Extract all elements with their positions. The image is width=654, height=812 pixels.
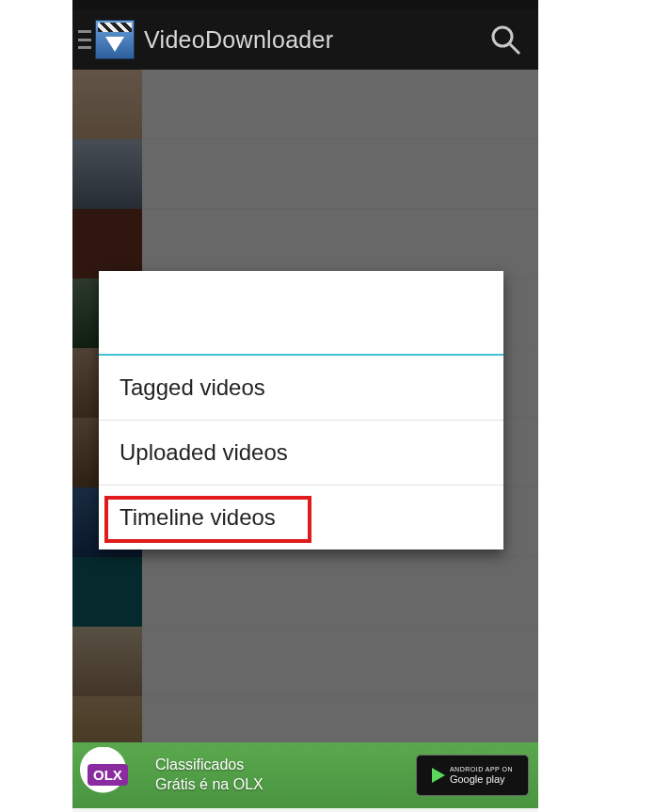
dialog-option-uploaded[interactable]: Uploaded videos: [99, 421, 503, 486]
dialog-option-timeline[interactable]: Timeline videos: [99, 486, 503, 549]
menu-icon[interactable]: [78, 30, 91, 49]
dialog-header: [99, 271, 503, 356]
ad-banner[interactable]: OLX Classificados Grátis é na OLX Androi…: [72, 742, 538, 808]
dialog-option-tagged[interactable]: Tagged videos: [99, 356, 503, 421]
google-play-button[interactable]: Android app on Google play: [416, 755, 529, 796]
store-big: Google play: [450, 773, 505, 785]
app-title: VideoDownloader: [144, 26, 333, 54]
video-type-dialog: Tagged videos Uploaded videos Timeline v…: [99, 271, 503, 549]
svg-line-1: [510, 44, 519, 54]
svg-point-0: [493, 27, 512, 46]
dialog-option-label: Timeline videos: [120, 504, 276, 530]
ad-text: Classificados Grátis é na OLX: [146, 756, 416, 795]
dialog-option-label: Tagged videos: [120, 374, 265, 400]
android-status-bar: [72, 0, 538, 9]
ad-line1: Classificados: [155, 756, 407, 775]
ad-brand: OLX: [88, 764, 128, 786]
ad-line2: Grátis é na OLX: [155, 775, 407, 795]
search-icon[interactable]: [489, 24, 521, 56]
title-bar: VideoDownloader: [72, 9, 538, 70]
dialog-option-label: Uploaded videos: [120, 439, 288, 465]
app-icon: [95, 20, 135, 59]
ad-mascot-icon: OLX: [80, 747, 146, 804]
play-store-icon: [432, 768, 445, 783]
store-small: Android app on: [450, 766, 513, 773]
